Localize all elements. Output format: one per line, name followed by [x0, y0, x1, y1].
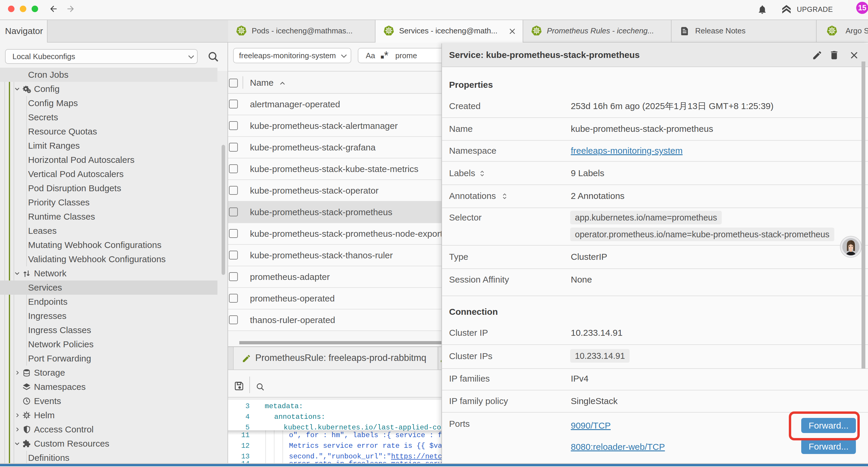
svg-text:HELM: HELM	[24, 414, 30, 416]
